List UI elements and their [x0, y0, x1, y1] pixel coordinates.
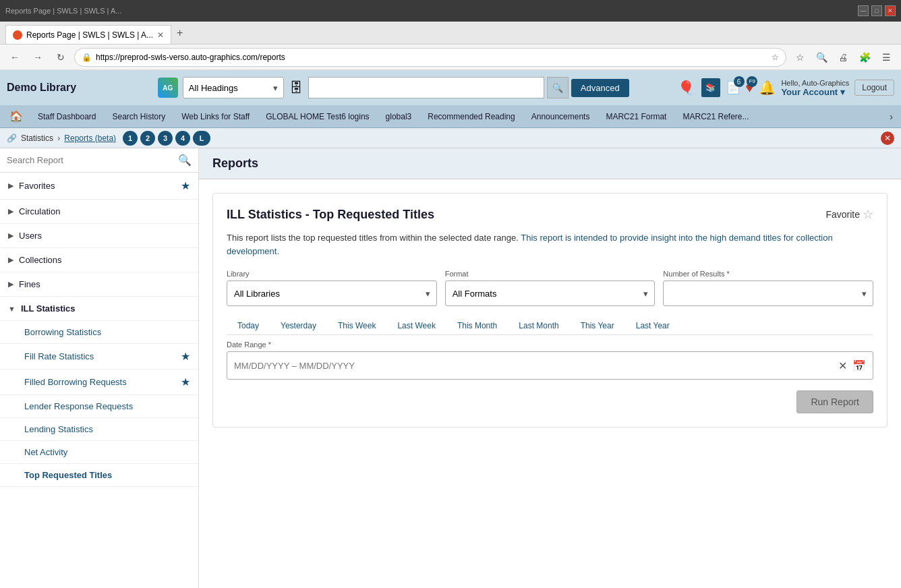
- library-select[interactable]: All Libraries: [227, 281, 437, 306]
- favorite-button[interactable]: Favorite ☆: [825, 207, 873, 222]
- extensions-icon[interactable]: 🧩: [855, 48, 874, 67]
- sidebar-subitem-lending-statistics[interactable]: Lending Statistics: [0, 418, 198, 441]
- close-button[interactable]: ✕: [885, 5, 896, 16]
- favorites-star-icon[interactable]: ★: [181, 179, 190, 192]
- chevron-right-icon: ▶: [8, 181, 13, 190]
- user-account-link[interactable]: Your Account ▾: [781, 87, 849, 97]
- sidebar-item-recommended[interactable]: Recommended Reading: [419, 108, 523, 125]
- sidebar-subitem-lender-response[interactable]: Lender Response Requests: [0, 395, 198, 418]
- fill-rate-star-icon[interactable]: ★: [181, 350, 190, 363]
- nav-more-button[interactable]: ›: [884, 111, 898, 122]
- sidebar-item-global-home[interactable]: GLOBAL HOME Test6 logins: [258, 108, 377, 125]
- filled-borrowing-star-icon[interactable]: ★: [181, 376, 190, 388]
- active-tab[interactable]: Reports Page | SWLS | SWLS | A... ✕: [5, 25, 171, 44]
- sidebar-subitem-lending-label: Lending Statistics: [24, 424, 93, 434]
- browser-tabs: Reports Page | SWLS | SWLS | A... ✕ +: [0, 22, 901, 45]
- date-range-box[interactable]: ✕ 📅: [227, 351, 873, 380]
- date-range-input[interactable]: [234, 361, 838, 371]
- home-nav-item[interactable]: 🏠: [3, 106, 30, 127]
- star-icon[interactable]: ☆: [772, 53, 779, 62]
- sidebar-item-marc21-format[interactable]: MARC21 Format: [598, 108, 674, 125]
- sidebar-item-collections-label: Collections: [19, 255, 62, 265]
- chevron-right-icon: ▶: [8, 231, 13, 240]
- date-tab-today[interactable]: Today: [227, 317, 270, 334]
- report-title: ILL Statistics - Top Requested Titles: [227, 208, 434, 222]
- format-select[interactable]: All Formats: [445, 281, 656, 306]
- sidebar-item-favorites[interactable]: ▶ Favorites ★: [0, 173, 198, 200]
- number-of-results-field: Number of Results *: [663, 270, 873, 306]
- navigation-bar: 🏠 Staff Dashboard Search History Web Lin…: [0, 105, 901, 128]
- sidebar-search-box[interactable]: 🔍: [0, 148, 198, 173]
- date-tab-this-week[interactable]: This Week: [327, 317, 386, 334]
- logout-button[interactable]: Logout: [854, 80, 894, 96]
- window-controls: — □ ✕: [858, 5, 896, 16]
- back-button[interactable]: ←: [5, 48, 24, 67]
- chevron-down-icon: ▾: [273, 83, 278, 93]
- sidebar-item-announcements[interactable]: Announcements: [523, 108, 598, 125]
- search-submit-button[interactable]: 🔍: [547, 77, 569, 98]
- sidebar-item-search-history[interactable]: Search History: [105, 108, 174, 125]
- date-tab-last-week[interactable]: Last Week: [386, 317, 446, 334]
- search-heading-dropdown[interactable]: All Headings ▾: [183, 77, 284, 98]
- sidebar-search-icon[interactable]: 🔍: [178, 154, 192, 167]
- date-clear-button[interactable]: ✕: [838, 359, 847, 372]
- sidebar-subitem-filled-borrowing-label: Filled Borrowing Requests: [24, 377, 127, 387]
- step-badge-l[interactable]: L: [193, 131, 210, 146]
- step-badge-2[interactable]: 2: [140, 131, 155, 146]
- report-description: This report lists the top requested titl…: [227, 231, 873, 258]
- run-report-button[interactable]: Run Report: [796, 390, 873, 413]
- step-badge-1[interactable]: 1: [123, 131, 138, 146]
- sidebar-item-favorites-label: Favorites: [19, 181, 55, 191]
- sidebar-item-collections[interactable]: ▶ Collections: [0, 248, 198, 272]
- breadcrumb-bar: 🔗 Statistics › Reports (beta) 1 2 3 4 L …: [0, 128, 901, 148]
- maximize-button[interactable]: □: [871, 5, 882, 16]
- book-stack-icon-wrapper[interactable]: 📚: [701, 78, 720, 97]
- sidebar-item-web-links[interactable]: Web Links for Staff: [173, 108, 258, 125]
- sidebar-item-ill-statistics[interactable]: ▼ ILL Statistics: [0, 297, 198, 321]
- main-search-input[interactable]: [314, 83, 538, 93]
- sidebar-item-users[interactable]: ▶ Users: [0, 224, 198, 248]
- sidebar-subitem-top-requested[interactable]: Top Requested Titles: [0, 464, 198, 487]
- new-tab-button[interactable]: +: [171, 24, 188, 42]
- forward-button[interactable]: →: [28, 48, 47, 67]
- date-tab-this-year[interactable]: This Year: [570, 317, 625, 334]
- doc-icon-wrapper[interactable]: 📄 6: [726, 80, 740, 95]
- date-tab-last-month[interactable]: Last Month: [508, 317, 569, 334]
- sidebar-item-global3[interactable]: global3: [378, 108, 420, 125]
- print-icon[interactable]: 🖨: [834, 48, 852, 67]
- step-badge-4[interactable]: 4: [175, 131, 190, 146]
- bell-icon-wrapper[interactable]: 🔔: [759, 80, 776, 96]
- sidebar-item-circulation[interactable]: ▶ Circulation: [0, 200, 198, 224]
- step-badge-3[interactable]: 3: [158, 131, 173, 146]
- heart-icon-wrapper[interactable]: ♥ F9: [746, 80, 754, 96]
- sidebar: 🔍 ▶ Favorites ★ ▶ Circulation ▶ Users ▶ …: [0, 148, 199, 588]
- sidebar-subitem-filled-borrowing[interactable]: Filled Borrowing Requests ★: [0, 370, 198, 395]
- menu-icon[interactable]: ☰: [877, 48, 896, 67]
- date-calendar-button[interactable]: 📅: [852, 359, 866, 372]
- sidebar-search-input[interactable]: [7, 155, 174, 165]
- sidebar-subitem-borrowing-statistics[interactable]: Borrowing Statistics: [0, 321, 198, 344]
- breadcrumb-close-button[interactable]: ✕: [881, 131, 894, 145]
- bookmark-icon[interactable]: ☆: [790, 48, 809, 67]
- doc-badge: 6: [734, 76, 745, 87]
- minimize-button[interactable]: —: [858, 5, 869, 16]
- chevron-down-icon: ▼: [8, 305, 16, 313]
- search-browser-icon[interactable]: 🔍: [812, 48, 831, 67]
- sidebar-item-staff-dashboard[interactable]: Staff Dashboard: [30, 108, 105, 125]
- date-tab-last-year[interactable]: Last Year: [625, 317, 680, 334]
- breadcrumb-page[interactable]: Reports (beta): [64, 134, 116, 143]
- sidebar-subitem-fill-rate[interactable]: Fill Rate Statistics ★: [0, 344, 198, 370]
- tab-close-icon[interactable]: ✕: [157, 30, 164, 40]
- url-input[interactable]: [96, 53, 767, 62]
- advanced-search-button[interactable]: Advanced: [571, 79, 629, 97]
- refresh-button[interactable]: ↻: [51, 48, 70, 67]
- date-tab-yesterday[interactable]: Yesterday: [270, 317, 327, 334]
- sidebar-subitem-net-activity[interactable]: Net Activity: [0, 441, 198, 464]
- sidebar-item-marc21-ref[interactable]: MARC21 Refere...: [674, 108, 757, 125]
- balloon-icon-wrapper[interactable]: 🎈: [677, 78, 696, 97]
- address-bar[interactable]: 🔒 ☆: [74, 48, 786, 67]
- main-search-box[interactable]: [308, 77, 544, 98]
- date-tab-this-month[interactable]: This Month: [446, 317, 508, 334]
- number-of-results-select[interactable]: [663, 281, 873, 306]
- sidebar-item-fines[interactable]: ▶ Fines: [0, 272, 198, 297]
